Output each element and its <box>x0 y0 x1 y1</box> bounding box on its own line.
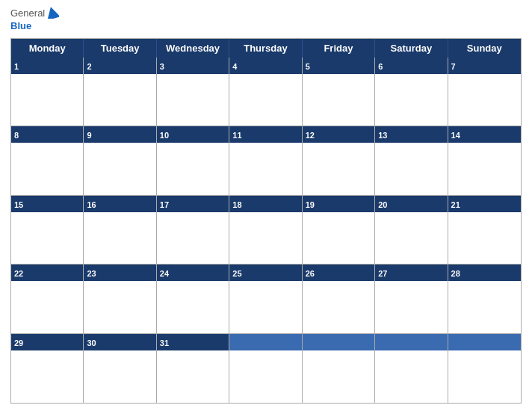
day-content <box>229 74 301 126</box>
week-row-5: 2930310000 <box>11 334 521 403</box>
day-content <box>84 212 155 264</box>
day-cell-7: 7 <box>448 58 521 126</box>
day-number: 21 <box>451 200 460 209</box>
header-monday: Monday <box>11 39 84 58</box>
day-content <box>157 212 229 264</box>
day-content <box>303 212 374 264</box>
day-cell-25: 25 <box>229 265 302 333</box>
day-cell-15: 15 <box>11 196 84 265</box>
day-cell-9: 9 <box>84 126 156 195</box>
day-cell-17: 17 <box>157 196 229 265</box>
day-number: 23 <box>87 269 96 278</box>
day-content <box>11 74 83 126</box>
header-tuesday: Tuesday <box>84 39 156 58</box>
day-cell-14: 14 <box>448 126 521 195</box>
logo-general-text: General <box>10 7 45 19</box>
day-number: 0 <box>306 339 310 347</box>
header-wednesday: Wednesday <box>157 39 229 58</box>
day-cell-empty-4: 0 <box>303 334 375 403</box>
day-cell-22: 22 <box>11 265 84 333</box>
calendar-page: General Blue MondayTuesdayWednesdayThurs… <box>0 0 532 411</box>
day-number: 8 <box>14 131 19 140</box>
day-content <box>229 143 301 194</box>
calendar-body: 1234567891011121314151617181920212223242… <box>11 58 521 403</box>
day-cell-20: 20 <box>375 196 448 265</box>
day-number: 26 <box>306 269 315 278</box>
day-number: 25 <box>232 269 241 278</box>
day-content <box>375 74 447 126</box>
page-header: General Blue <box>10 7 522 32</box>
week-row-2: 891011121314 <box>11 126 521 195</box>
day-number: 15 <box>14 200 23 209</box>
day-cell-empty-6: 0 <box>448 334 521 403</box>
header-thursday: Thursday <box>229 39 302 58</box>
header-sunday: Sunday <box>448 39 521 58</box>
day-number: 24 <box>160 269 169 278</box>
day-cell-16: 16 <box>84 196 156 265</box>
day-cell-8: 8 <box>11 126 84 195</box>
day-cell-21: 21 <box>448 196 521 265</box>
day-cell-30: 30 <box>84 334 156 403</box>
day-number: 11 <box>232 131 241 140</box>
day-content <box>11 143 83 194</box>
day-content <box>303 281 374 333</box>
day-number: 19 <box>306 200 315 209</box>
week-row-3: 15161718192021 <box>11 196 521 265</box>
calendar-header: MondayTuesdayWednesdayThursdayFridaySatu… <box>11 39 521 58</box>
svg-marker-0 <box>46 7 59 19</box>
logo-bird-icon <box>46 7 59 19</box>
day-cell-29: 29 <box>11 334 84 403</box>
day-number: 9 <box>87 131 91 140</box>
day-number: 3 <box>160 62 164 71</box>
day-number: 0 <box>232 339 237 347</box>
day-cell-12: 12 <box>303 126 375 195</box>
logo-blue-text: Blue <box>10 20 31 31</box>
day-number: 0 <box>378 339 383 347</box>
logo: General Blue <box>10 7 59 32</box>
day-number: 0 <box>451 339 456 347</box>
day-number: 29 <box>14 339 23 347</box>
day-content <box>157 74 229 126</box>
day-content <box>375 350 447 403</box>
day-content <box>375 281 447 333</box>
day-cell-28: 28 <box>448 265 521 333</box>
day-cell-18: 18 <box>229 196 302 265</box>
day-content <box>157 143 229 194</box>
day-content <box>448 74 521 126</box>
day-cell-31: 31 <box>157 334 229 403</box>
day-number: 13 <box>378 131 387 140</box>
day-number: 2 <box>87 62 91 71</box>
week-row-1: 1234567 <box>11 58 521 126</box>
day-content <box>303 74 374 126</box>
day-content <box>84 74 155 126</box>
day-content <box>84 350 155 403</box>
day-number: 7 <box>451 62 456 71</box>
header-friday: Friday <box>303 39 375 58</box>
day-number: 28 <box>451 269 460 278</box>
day-number: 27 <box>378 269 387 278</box>
day-number: 6 <box>378 62 383 71</box>
day-cell-10: 10 <box>157 126 229 195</box>
day-number: 31 <box>160 339 169 347</box>
day-cell-4: 4 <box>229 58 302 126</box>
day-cell-2: 2 <box>84 58 156 126</box>
day-cell-empty-3: 0 <box>229 334 302 403</box>
day-content <box>84 143 155 194</box>
day-number: 20 <box>378 200 387 209</box>
day-number: 16 <box>87 200 96 209</box>
day-number: 18 <box>232 200 241 209</box>
day-cell-empty-5: 0 <box>375 334 448 403</box>
day-cell-1: 1 <box>11 58 84 126</box>
day-content <box>448 212 521 264</box>
day-content <box>448 350 521 403</box>
day-content <box>11 212 83 264</box>
day-cell-23: 23 <box>84 265 156 333</box>
day-number: 4 <box>232 62 237 71</box>
day-content <box>448 143 521 194</box>
day-content <box>11 350 83 403</box>
day-content <box>303 350 374 403</box>
day-content <box>448 281 521 333</box>
day-content <box>11 281 83 333</box>
week-row-4: 22232425262728 <box>11 265 521 333</box>
day-cell-24: 24 <box>157 265 229 333</box>
